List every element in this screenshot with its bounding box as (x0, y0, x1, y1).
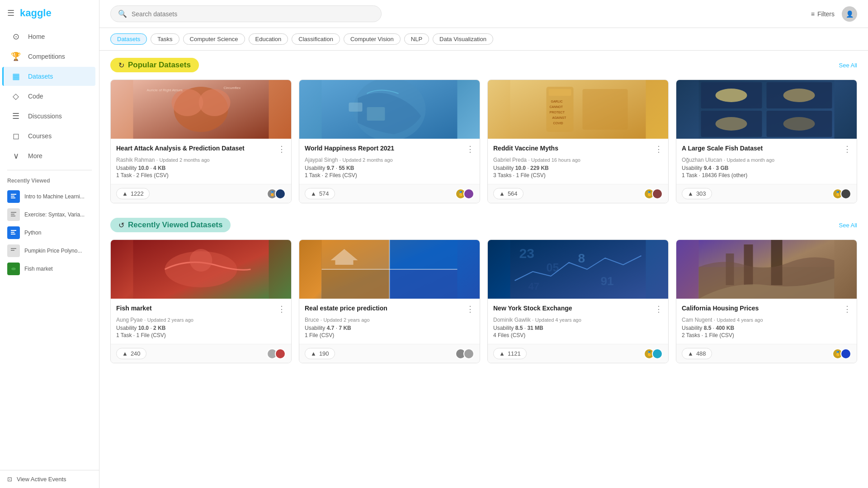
card-menu-fish-market[interactable]: ⋮ (278, 304, 286, 314)
recently-viewed-see-all[interactable]: See All (839, 222, 857, 229)
card-world-happiness[interactable]: World Happiness Report 2021 ⋮ Ajaypal Si… (299, 80, 480, 203)
svg-point-41 (716, 89, 747, 102)
card-thumb-reddit-vaccine: GARLIC CANNOT PROTECT AGAINST COVID (488, 80, 668, 139)
avatar-group-large-fish: 🥇 (832, 188, 851, 199)
vote-count-world-happiness: 574 (319, 190, 329, 197)
recent-item-exercise-syntax[interactable]: Exercise: Syntax, Varia... (7, 206, 92, 224)
card-author-real-estate: Bruce · Updated 2 years ago (305, 317, 474, 323)
card-california-housing[interactable]: California Housing Prices ⋮ Cam Nugent ·… (676, 239, 857, 363)
tag-classification[interactable]: Classification (292, 33, 340, 45)
tag-data-visualization[interactable]: Data Visualization (433, 33, 493, 45)
sidebar-nav: ⊙ Home 🏆 Competitions ▦ Datasets ◇ Code … (0, 26, 99, 166)
vote-button-world-happiness[interactable]: ▲ 574 (305, 188, 335, 199)
sidebar-item-datasets[interactable]: ▦ Datasets (2, 67, 95, 86)
sidebar-item-discussions[interactable]: ☰ Discussions (4, 107, 95, 126)
sidebar-header: ☰ kaggle (0, 0, 99, 23)
vote-button-large-fish[interactable]: ▲ 303 (682, 188, 712, 199)
upvote-icon-california: ▲ (688, 350, 693, 357)
card-real-estate[interactable]: Real estate price prediction ⋮ Bruce · U… (299, 239, 480, 363)
card-menu-california-housing[interactable]: ⋮ (843, 304, 851, 314)
recent-label-intro-ml: Intro to Machine Learni... (24, 193, 85, 200)
recent-item-python[interactable]: Python (7, 224, 92, 242)
svg-rect-29 (549, 89, 571, 96)
tag-nlp[interactable]: NLP (404, 33, 429, 45)
vote-count-california-housing: 488 (696, 350, 706, 357)
card-footer-california-housing: ▲ 488 🥇 (676, 344, 857, 363)
popular-see-all[interactable]: See All (839, 62, 857, 69)
sidebar-item-code[interactable]: ◇ Code (4, 87, 95, 106)
vote-button-fish-market[interactable]: ▲ 240 (116, 348, 146, 359)
tag-education[interactable]: Education (249, 33, 288, 45)
svg-text:CANNOT: CANNOT (550, 105, 563, 108)
card-author-california-housing: Cam Nugent · Updated 4 years ago (682, 317, 851, 323)
avatar-group-nyse: 🥇 (644, 348, 663, 359)
card-menu-heart-attack[interactable]: ⋮ (278, 144, 286, 154)
home-icon: ⊙ (11, 32, 21, 42)
tag-computer-science[interactable]: Computer Science (183, 33, 245, 45)
recently-viewed-title-badge: ↺ Recently Viewed Datasets (110, 218, 231, 232)
recent-label-python: Python (24, 230, 41, 236)
card-footer-reddit-vaccine: ▲ 564 🥇 (488, 184, 668, 203)
card-title-world-happiness: World Happiness Report 2021 (305, 144, 394, 152)
datasets-icon: ▦ (11, 71, 21, 81)
card-title-reddit-vaccine: Reddit Vaccine Myths (493, 144, 558, 152)
svg-rect-2 (11, 196, 14, 197)
recently-viewed-section: Recently Viewed Intro to Machine Learni.… (0, 174, 99, 282)
card-fish-market[interactable]: Fish market ⋮ Aung Pyae · Updated 2 year… (110, 239, 292, 363)
svg-point-44 (783, 117, 815, 131)
card-title-nyse: New York Stock Exchange (493, 304, 572, 312)
recent-thumb-python (7, 226, 20, 239)
svg-text:GARLIC: GARLIC (551, 100, 563, 103)
upvote-icon-real-estate: ▲ (311, 350, 316, 357)
sidebar-label-discussions: Discussions (28, 113, 62, 120)
recently-viewed-section-title: Recently Viewed Datasets (128, 221, 222, 230)
vote-button-heart-attack[interactable]: ▲ 1222 (116, 188, 150, 199)
card-body-fish-market: Fish market ⋮ Aung Pyae · Updated 2 year… (111, 299, 291, 344)
card-nyse[interactable]: 23 05 8 47 91 New York Stock Exchange ⋮ (487, 239, 669, 363)
svg-rect-26 (367, 107, 385, 121)
sidebar-item-competitions[interactable]: 🏆 Competitions (4, 47, 95, 66)
sidebar-item-courses[interactable]: ◻ Courses (4, 127, 95, 145)
card-footer-heart-attack: ▲ 1222 🏅 (111, 184, 291, 203)
card-menu-large-fish[interactable]: ⋮ (843, 144, 851, 154)
tag-computer-vision[interactable]: Computer Vision (344, 33, 401, 45)
search-input[interactable] (132, 10, 374, 18)
card-menu-real-estate[interactable]: ⋮ (466, 304, 474, 314)
sidebar-item-home[interactable]: ⊙ Home (4, 27, 95, 46)
card-files-large-fish: 1 Task · 18436 Files (other) (682, 172, 851, 178)
card-heart-attack[interactable]: Auricle of Right Atrium Circumflex Heart… (110, 80, 292, 203)
vote-button-real-estate[interactable]: ▲ 190 (305, 348, 335, 359)
card-usability-world-happiness: Usability 9.7 · 55 KB (305, 165, 474, 171)
card-files-heart-attack: 1 Task · 2 Files (CSV) (116, 172, 286, 178)
card-large-fish[interactable]: A Large Scale Fish Dataset ⋮ Oğuzhan Ulu… (676, 80, 857, 203)
card-files-nyse: 4 Files (CSV) (493, 332, 663, 338)
vote-button-nyse[interactable]: ▲ 1121 (493, 348, 527, 359)
recent-item-intro-ml[interactable]: Intro to Machine Learni... (7, 188, 92, 206)
upvote-icon-world: ▲ (311, 190, 316, 197)
recent-item-pumpkin[interactable]: Pumpkin Price Polyno... (7, 242, 92, 260)
vote-button-reddit-vaccine[interactable]: ▲ 564 (493, 188, 524, 199)
filter-label: Filters (817, 10, 835, 18)
avatar-2-california (840, 348, 851, 359)
sidebar-item-more[interactable]: ∨ More (4, 146, 95, 165)
card-menu-reddit-vaccine[interactable]: ⋮ (655, 144, 663, 154)
tag-datasets[interactable]: Datasets (110, 33, 147, 45)
svg-rect-5 (11, 212, 16, 213)
svg-rect-49 (322, 240, 390, 269)
card-menu-world-happiness[interactable]: ⋮ (466, 144, 474, 154)
user-avatar[interactable]: 👤 (842, 6, 857, 22)
footer-label: View Active Events (17, 476, 66, 483)
recent-item-fish-sidebar[interactable]: Fish market (7, 260, 92, 278)
card-usability-fish-market: Usability 10.0 · 2 KB (116, 325, 286, 331)
card-files-real-estate: 1 File (CSV) (305, 332, 474, 338)
view-active-events-button[interactable]: ⊡ View Active Events (0, 470, 99, 488)
svg-text:23: 23 (519, 246, 534, 261)
card-footer-large-fish: ▲ 303 🥇 (676, 184, 857, 203)
upvote-icon-fish: ▲ (688, 190, 693, 197)
filters-button[interactable]: ≡ Filters (811, 10, 835, 18)
hamburger-icon[interactable]: ☰ (7, 8, 14, 18)
vote-button-california-housing[interactable]: ▲ 488 (682, 348, 712, 359)
card-reddit-vaccine[interactable]: GARLIC CANNOT PROTECT AGAINST COVID Redd… (487, 80, 669, 203)
card-menu-nyse[interactable]: ⋮ (655, 304, 663, 314)
tag-tasks[interactable]: Tasks (151, 33, 179, 45)
